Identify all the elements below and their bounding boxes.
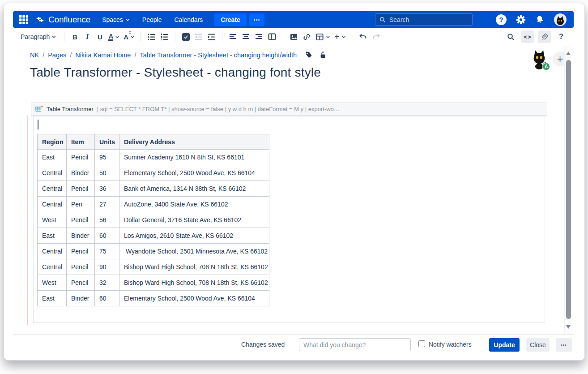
table-cell[interactable]: 60 xyxy=(95,291,119,306)
breadcrumb-link[interactable]: Nikita Kamai Home xyxy=(75,52,131,59)
underline-button[interactable]: U xyxy=(94,30,106,43)
close-button[interactable]: Close xyxy=(526,338,550,352)
table-cell[interactable]: Bishop Ward High School, 708 N 18th St, … xyxy=(119,275,269,291)
footer-more-button[interactable]: ••• xyxy=(556,338,572,352)
table-header-cell[interactable]: Delivery Address xyxy=(119,134,269,150)
help-icon[interactable]: ? xyxy=(496,14,507,25)
scrollbar-down-arrow[interactable] xyxy=(566,325,571,329)
table-cell[interactable]: Bank of America, 1314 N 38th St, KS 6610… xyxy=(119,181,269,197)
nav-item-calendars[interactable]: Calendars xyxy=(174,16,203,23)
table-cell[interactable]: 75 xyxy=(95,244,119,259)
table-cell[interactable]: Dollar General, 3716 State Ave, KS 66102 xyxy=(119,212,269,228)
breadcrumb-link[interactable]: Table Transformer - Stylesheet - changin… xyxy=(140,52,297,59)
table-cell[interactable]: Bishop Ward High School, 708 N 18th St, … xyxy=(119,259,269,275)
bold-button[interactable]: B xyxy=(68,30,81,43)
table-cell[interactable]: 27 xyxy=(95,197,119,212)
macro-header[interactable]: Table Transformer | sql = SELECT * FROM … xyxy=(31,103,547,116)
align-center-button[interactable] xyxy=(239,30,252,43)
table-cell[interactable]: 60 xyxy=(95,228,119,244)
table-header-cell[interactable]: Units xyxy=(95,134,119,150)
insert-image-button[interactable] xyxy=(287,30,300,43)
app-switcher-icon[interactable] xyxy=(18,14,29,25)
table-cell[interactable]: Pencil xyxy=(67,275,95,291)
scrollbar-up-arrow[interactable] xyxy=(566,52,571,55)
nav-item-people[interactable]: People xyxy=(142,16,162,23)
undo-button[interactable] xyxy=(356,30,370,43)
numbered-list-button[interactable] xyxy=(158,30,171,43)
labels-tag-icon[interactable] xyxy=(305,51,312,59)
table-cell[interactable]: 32 xyxy=(95,275,119,291)
breadcrumb-link[interactable]: Pages xyxy=(48,52,66,59)
table-cell[interactable]: 56 xyxy=(95,212,119,228)
table-header-cell[interactable]: Item xyxy=(67,134,95,150)
table-cell[interactable]: Central xyxy=(38,197,67,212)
table-cell[interactable]: Pencil xyxy=(67,150,95,165)
italic-button[interactable]: I xyxy=(81,30,94,43)
notifications-bell-icon[interactable] xyxy=(534,14,545,25)
nav-more-button[interactable]: ••• xyxy=(249,13,265,26)
table-cell[interactable]: 90 xyxy=(95,259,119,275)
update-button[interactable]: Update xyxy=(489,338,520,352)
editor-help-button[interactable]: ? xyxy=(555,30,567,43)
confluence-logo[interactable]: Confluence xyxy=(35,15,90,25)
breadcrumb-link[interactable]: NK xyxy=(30,52,39,59)
notify-watchers-label[interactable]: Notify watchers xyxy=(429,341,472,348)
table-header-cell[interactable]: Region xyxy=(38,134,67,150)
table-cell[interactable]: East xyxy=(38,150,67,165)
find-replace-button[interactable] xyxy=(504,30,517,43)
nav-item-spaces[interactable]: Spaces xyxy=(102,16,130,23)
gear-icon[interactable] xyxy=(516,15,526,25)
nav-search-box[interactable] xyxy=(375,13,473,26)
vertical-scrollbar[interactable] xyxy=(564,46,572,334)
table-cell[interactable]: Elementary School, 2500 Wood Ave, KS 661… xyxy=(119,291,269,306)
table-cell[interactable]: East xyxy=(38,228,67,244)
unlock-icon[interactable] xyxy=(320,51,326,59)
align-left-button[interactable] xyxy=(226,30,239,43)
bullet-list-button[interactable] xyxy=(145,30,158,43)
table-cell[interactable]: Pencil xyxy=(67,244,95,259)
version-comment-input[interactable] xyxy=(299,338,411,351)
rocket-app-button[interactable] xyxy=(538,30,551,43)
indent-button[interactable] xyxy=(205,30,218,43)
table-cell[interactable]: Pencil xyxy=(67,181,95,197)
table-cell[interactable]: Pencil xyxy=(67,259,95,275)
formatting-dropdown[interactable]: A xyxy=(121,30,136,43)
paragraph-style-dropdown[interactable]: Paragraph xyxy=(17,30,60,43)
user-avatar[interactable] xyxy=(554,13,567,26)
table-cell[interactable]: Los Amigos, 2610 State Ave, KS 66102 xyxy=(119,228,269,244)
create-button[interactable]: Create xyxy=(214,13,247,26)
table-cell[interactable]: Elementary School, 2500 Wood Ave, KS 661… xyxy=(119,165,269,181)
table-cell[interactable]: West xyxy=(38,212,67,228)
table-cell[interactable]: 95 xyxy=(95,150,119,165)
table-cell[interactable]: Central xyxy=(38,244,67,259)
search-input[interactable] xyxy=(389,16,461,23)
table-cell[interactable]: Pencil xyxy=(67,212,95,228)
page-layout-button[interactable] xyxy=(265,30,279,43)
table-cell[interactable]: East xyxy=(38,291,67,306)
task-list-button[interactable] xyxy=(179,30,192,43)
insert-table-dropdown[interactable] xyxy=(313,30,332,43)
page-title[interactable]: Table Transformer - Stylesheet - changin… xyxy=(30,65,321,80)
notify-watchers-checkbox[interactable] xyxy=(418,340,425,347)
table-cell[interactable]: 50 xyxy=(95,165,119,181)
scrollbar-thumb[interactable] xyxy=(566,60,571,319)
table-cell[interactable]: Wyandotte School, 2501 Minnesota Ave, KS… xyxy=(119,244,269,259)
table-cell[interactable]: Binder xyxy=(67,165,95,181)
text-color-dropdown[interactable]: A xyxy=(106,30,121,43)
redo-button[interactable] xyxy=(370,30,383,43)
author-avatar[interactable]: A xyxy=(530,49,549,70)
table-cell[interactable]: Binder xyxy=(67,228,95,244)
insert-more-dropdown[interactable]: + xyxy=(332,30,348,43)
insert-link-button[interactable] xyxy=(300,30,313,43)
table-cell[interactable]: Sumner Academy 1610 N 8th St, KS 66101 xyxy=(119,150,269,165)
table-cell[interactable]: Binder xyxy=(67,291,95,306)
table-cell[interactable]: Pen xyxy=(67,197,95,212)
table-cell[interactable]: Central xyxy=(38,259,67,275)
table-cell[interactable]: AutoZone, 3400 State Ave, KS 66102 xyxy=(119,197,269,212)
table-cell[interactable]: Central xyxy=(38,181,67,197)
table-cell[interactable]: Central xyxy=(38,165,67,181)
source-editor-button[interactable]: <> xyxy=(521,30,534,43)
table-cell[interactable]: West xyxy=(38,275,67,291)
table-cell[interactable]: 36 xyxy=(95,181,119,197)
align-right-button[interactable] xyxy=(252,30,265,43)
